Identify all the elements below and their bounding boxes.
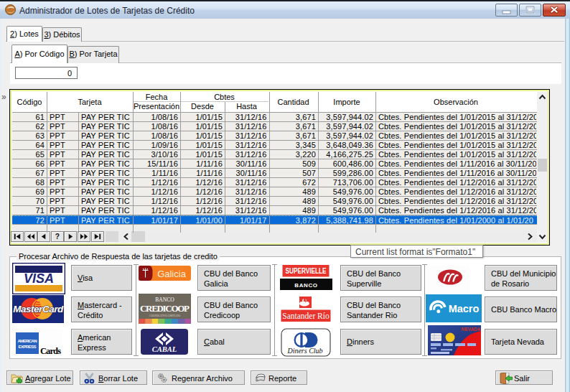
svg-text:Cards: Cards [40, 346, 61, 356]
svg-text:MasterCard: MasterCard [13, 304, 64, 314]
svg-text:VISA: VISA [24, 271, 54, 286]
svg-text:NEVADA: NEVADA [462, 327, 481, 332]
svg-text:EXPRESS: EXPRESS [19, 345, 37, 349]
svg-text:Diners Club: Diners Club [286, 347, 322, 355]
svg-text:BANCO: BANCO [155, 297, 174, 303]
svg-text:Galicia: Galicia [157, 269, 187, 279]
svg-text:COOPERATIVO LIMITADO: COOPERATIVO LIMITADO [149, 314, 181, 317]
svg-text:Macro: Macro [449, 303, 480, 314]
svg-text:SUPERVIELLE: SUPERVIELLE [286, 267, 327, 275]
svg-text:CREDICOOP: CREDICOOP [140, 303, 190, 314]
svg-text:Santander Río: Santander Río [282, 312, 330, 320]
svg-text:CABAL: CABAL [152, 345, 177, 353]
svg-text:?: ? [55, 233, 60, 241]
svg-text:AMERICAN: AMERICAN [18, 339, 37, 343]
svg-text:BANCO: BANCO [294, 282, 317, 289]
